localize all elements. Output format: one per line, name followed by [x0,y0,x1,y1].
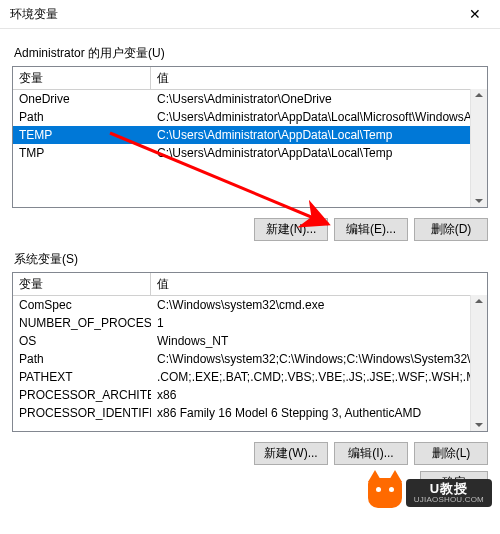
system-vars-buttons: 新建(W)... 编辑(I)... 删除(L) [12,442,488,465]
var-value-cell: C:\Users\Administrator\AppData\Local\Tem… [151,128,487,142]
system-vars-body: ComSpecC:\Windows\system32\cmd.exeNUMBER… [13,296,487,422]
table-row[interactable]: PROCESSOR_ARCHITECT...x86 [13,386,487,404]
var-name-cell: ComSpec [13,298,151,312]
var-value-cell: 1 [151,316,487,330]
var-name-cell: PROCESSOR_IDENTIFIER [13,406,151,420]
close-button[interactable]: ✕ [454,0,496,28]
var-name-cell: TEMP [13,128,151,142]
user-vars-body: OneDriveC:\Users\Administrator\OneDriveP… [13,90,487,162]
system-edit-button[interactable]: 编辑(I)... [334,442,408,465]
var-name-cell: OneDrive [13,92,151,106]
system-col-value-header[interactable]: 值 [151,273,487,295]
user-vars-header: 变量 值 [13,67,487,90]
table-row[interactable]: PathC:\Windows\system32;C:\Windows;C:\Wi… [13,350,487,368]
dialog-content: Administrator 的用户变量(U) 变量 值 OneDriveC:\U… [0,29,500,502]
system-col-name-header[interactable]: 变量 [13,273,151,295]
var-name-cell: PROCESSOR_ARCHITECT... [13,388,151,402]
ok-button[interactable]: 确定 [420,471,488,494]
var-value-cell: C:\Users\Administrator\AppData\Local\Mic… [151,110,487,124]
var-name-cell: PATHEXT [13,370,151,384]
vertical-scrollbar[interactable] [470,295,487,431]
table-row[interactable]: TEMPC:\Users\Administrator\AppData\Local… [13,126,487,144]
vertical-scrollbar[interactable] [470,89,487,207]
system-vars-table[interactable]: 变量 值 ComSpecC:\Windows\system32\cmd.exeN… [12,272,488,432]
var-value-cell: .COM;.EXE;.BAT;.CMD;.VBS;.VBE;.JS;.JSE;.… [151,370,487,384]
user-col-value-header[interactable]: 值 [151,67,487,89]
table-row[interactable]: PROCESSOR_IDENTIFIERx86 Family 16 Model … [13,404,487,422]
var-name-cell: OS [13,334,151,348]
table-row[interactable]: NUMBER_OF_PROCESSORS1 [13,314,487,332]
var-value-cell: C:\Users\Administrator\AppData\Local\Tem… [151,146,487,160]
system-delete-button[interactable]: 删除(L) [414,442,488,465]
table-row[interactable]: ComSpecC:\Windows\system32\cmd.exe [13,296,487,314]
var-value-cell: Windows_NT [151,334,487,348]
user-edit-button[interactable]: 编辑(E)... [334,218,408,241]
system-new-button[interactable]: 新建(W)... [254,442,328,465]
user-vars-buttons: 新建(N)... 编辑(E)... 删除(D) [12,218,488,241]
table-row[interactable]: PathC:\Users\Administrator\AppData\Local… [13,108,487,126]
system-vars-label: 系统变量(S) [14,251,488,268]
var-name-cell: Path [13,110,151,124]
system-vars-header: 变量 值 [13,273,487,296]
table-row[interactable]: TMPC:\Users\Administrator\AppData\Local\… [13,144,487,162]
table-row[interactable]: OSWindows_NT [13,332,487,350]
user-vars-table[interactable]: 变量 值 OneDriveC:\Users\Administrator\OneD… [12,66,488,208]
var-value-cell: C:\Windows\system32;C:\Windows;C:\Window… [151,352,487,366]
user-col-name-header[interactable]: 变量 [13,67,151,89]
title-bar: 环境变量 ✕ [0,0,500,29]
var-value-cell: C:\Windows\system32\cmd.exe [151,298,487,312]
user-new-button[interactable]: 新建(N)... [254,218,328,241]
user-vars-label: Administrator 的用户变量(U) [14,45,488,62]
close-icon: ✕ [469,6,481,22]
var-name-cell: TMP [13,146,151,160]
table-row[interactable]: PATHEXT.COM;.EXE;.BAT;.CMD;.VBS;.VBE;.JS… [13,368,487,386]
window-title: 环境变量 [10,6,58,23]
var-name-cell: NUMBER_OF_PROCESSORS [13,316,151,330]
var-value-cell: x86 [151,388,487,402]
var-value-cell: x86 Family 16 Model 6 Stepping 3, Authen… [151,406,487,420]
table-row[interactable]: OneDriveC:\Users\Administrator\OneDrive [13,90,487,108]
var-name-cell: Path [13,352,151,366]
dialog-buttons: 确定 [12,471,488,494]
var-value-cell: C:\Users\Administrator\OneDrive [151,92,487,106]
user-delete-button[interactable]: 删除(D) [414,218,488,241]
